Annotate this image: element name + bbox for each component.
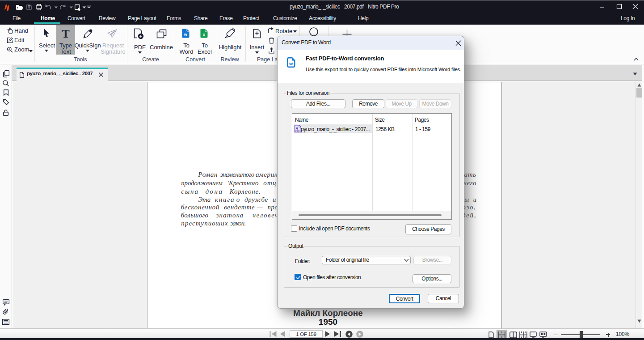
svg-text:x: x	[203, 32, 205, 37]
svg-text:w: w	[289, 61, 293, 66]
svg-text:w: w	[184, 32, 188, 37]
svg-text:PDF: PDF	[295, 129, 301, 132]
